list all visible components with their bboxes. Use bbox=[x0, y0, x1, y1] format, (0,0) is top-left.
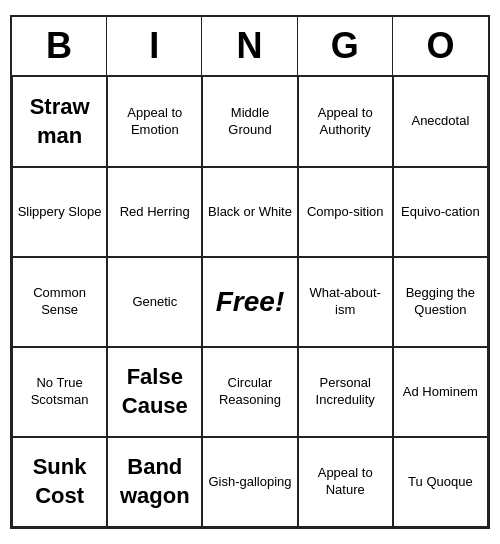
bingo-cell-9: Equivo-cation bbox=[393, 167, 488, 257]
header-letter-o: O bbox=[393, 17, 488, 75]
bingo-cell-16: False Cause bbox=[107, 347, 202, 437]
bingo-cell-21: Band wagon bbox=[107, 437, 202, 527]
bingo-cell-1: Appeal to Emotion bbox=[107, 77, 202, 167]
bingo-cell-13: What-about-ism bbox=[298, 257, 393, 347]
bingo-cell-2: Middle Ground bbox=[202, 77, 297, 167]
bingo-grid: StrawmanAppeal to EmotionMiddle GroundAp… bbox=[12, 77, 488, 527]
bingo-cell-12: Free! bbox=[202, 257, 297, 347]
bingo-cell-22: Gish-galloping bbox=[202, 437, 297, 527]
bingo-cell-24: Tu Quoque bbox=[393, 437, 488, 527]
bingo-cell-18: Personal Incredulity bbox=[298, 347, 393, 437]
bingo-cell-15: No True Scotsman bbox=[12, 347, 107, 437]
bingo-cell-10: Common Sense bbox=[12, 257, 107, 347]
bingo-cell-23: Appeal to Nature bbox=[298, 437, 393, 527]
bingo-cell-7: Black or White bbox=[202, 167, 297, 257]
bingo-cell-5: Slippery Slope bbox=[12, 167, 107, 257]
bingo-cell-0: Strawman bbox=[12, 77, 107, 167]
bingo-card: BINGO StrawmanAppeal to EmotionMiddle Gr… bbox=[10, 15, 490, 529]
header-letter-g: G bbox=[298, 17, 393, 75]
bingo-cell-11: Genetic bbox=[107, 257, 202, 347]
bingo-cell-19: Ad Hominem bbox=[393, 347, 488, 437]
bingo-cell-3: Appeal to Authority bbox=[298, 77, 393, 167]
bingo-cell-4: Anecdotal bbox=[393, 77, 488, 167]
bingo-cell-8: Compo-sition bbox=[298, 167, 393, 257]
bingo-cell-17: Circular Reasoning bbox=[202, 347, 297, 437]
header-letter-n: N bbox=[202, 17, 297, 75]
bingo-cell-20: Sunk Cost bbox=[12, 437, 107, 527]
header-letter-i: I bbox=[107, 17, 202, 75]
bingo-cell-6: Red Herring bbox=[107, 167, 202, 257]
bingo-cell-14: Begging the Question bbox=[393, 257, 488, 347]
header-letter-b: B bbox=[12, 17, 107, 75]
bingo-header: BINGO bbox=[12, 17, 488, 77]
